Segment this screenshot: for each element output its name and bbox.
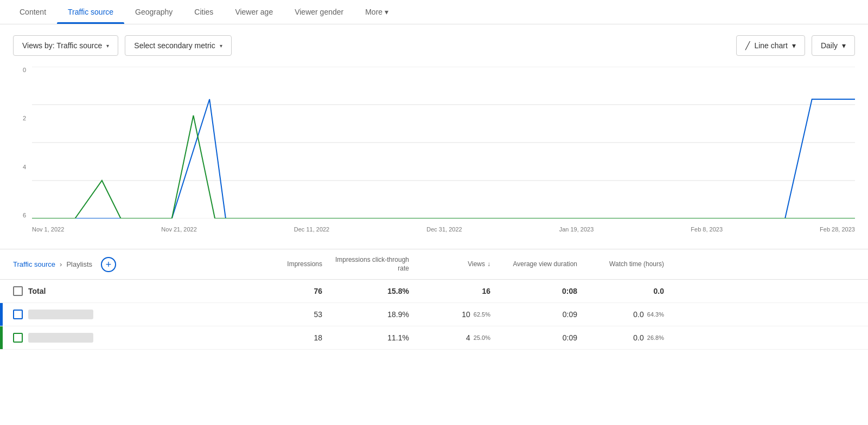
chevron-down-icon: ▾ [220,43,222,49]
chevron-down-icon: ▾ [792,41,796,50]
x-label-jan19: Jan 19, 2023 [559,226,594,233]
row2-impressions: 18 [252,333,322,342]
row1-watch: 0.0 64.3% [577,310,664,319]
table-header: Traffic source › Playlists + Impressions… [0,249,868,280]
chart-wrap: 6 4 2 0 Nov 1, 2022 [13,67,855,240]
add-column-button[interactable]: + [101,257,116,272]
tab-content[interactable]: Content [9,0,57,24]
x-label-dec11: Dec 11, 2022 [294,226,329,233]
chevron-down-icon: ▾ [385,8,388,16]
row-color-bar-blue [0,303,3,326]
col-header-views[interactable]: Views ↓ [409,260,490,269]
row1-avd: 0:09 [490,310,577,319]
primary-metric-dropdown[interactable]: Views by: Traffic source ▾ [13,35,118,56]
total-avd: 0:08 [490,287,577,295]
tab-traffic-source[interactable]: Traffic source [57,0,124,24]
total-impressions: 76 [252,287,322,295]
chevron-down-icon: ▾ [842,41,846,50]
total-checkbox[interactable] [13,286,23,296]
total-views: 16 [409,287,490,295]
tab-viewer-gender[interactable]: Viewer gender [284,0,354,24]
row2-ctr: 11.1% [322,333,409,342]
col-header-ctr: Impressions click-through rate [322,256,409,273]
controls-row: Views by: Traffic source ▾ Select second… [0,24,868,67]
col-header-avd: Average view duration [490,260,577,269]
breadcrumb-link[interactable]: Traffic source [13,260,55,268]
y-label-6: 6 [13,212,29,218]
secondary-metric-dropdown[interactable]: Select secondary metric ▾ [125,35,231,56]
line-chart-svg [32,67,855,218]
chart-type-dropdown[interactable]: ╱ Line chart ▾ [736,35,805,56]
total-label-col: Total [13,286,252,296]
table-row-1: 53 18.9% 10 62.5% 0:09 0.0 64.3% [0,303,868,326]
row1-impressions: 53 [252,310,322,319]
tab-geography[interactable]: Geography [124,0,183,24]
breadcrumb-current: Playlists [66,260,92,268]
breadcrumb-col: Traffic source › Playlists + [13,257,252,272]
row2-blurred-label [28,333,93,343]
y-label-2: 2 [13,115,29,121]
row1-checkbox[interactable] [13,310,23,319]
total-ctr: 15.8% [322,287,409,295]
tabs-nav: Content Traffic source Geography Cities … [0,0,868,24]
x-label-nov21: Nov 21, 2022 [161,226,196,233]
time-period-dropdown[interactable]: Daily ▾ [812,35,855,56]
row1-ctr: 18.9% [322,310,409,319]
table-row-2: 18 11.1% 4 25.0% 0:09 0.0 26.8% [0,326,868,350]
x-axis: Nov 1, 2022 Nov 21, 2022 Dec 11, 2022 De… [32,218,855,240]
row1-blurred-label [28,310,93,319]
chart-area [32,67,855,218]
table-row-total: Total 76 15.8% 16 0:08 0.0 [0,280,868,303]
right-controls: ╱ Line chart ▾ Daily ▾ [736,35,855,56]
tab-more[interactable]: More ▾ [354,0,399,24]
y-axis: 6 4 2 0 [13,67,29,218]
chevron-down-icon: ▾ [106,43,109,49]
tab-cities[interactable]: Cities [183,0,224,24]
x-label-nov1: Nov 1, 2022 [32,226,64,233]
row2-label-col [13,333,252,343]
row2-avd: 0:09 [490,333,577,342]
tab-viewer-age[interactable]: Viewer age [224,0,284,24]
table-section: Traffic source › Playlists + Impressions… [0,249,868,350]
x-label-dec31: Dec 31, 2022 [426,226,462,233]
breadcrumb-separator: › [60,260,62,268]
row-color-bar-green [0,326,3,349]
total-watch: 0.0 [577,287,664,295]
line-chart-icon: ╱ [745,41,750,50]
row1-views: 10 62.5% [409,310,490,319]
y-label-0: 0 [13,67,29,73]
col-header-watch: Watch time (hours) [577,260,664,269]
row1-label-col [13,310,252,319]
total-label: Total [28,287,46,295]
x-label-feb28: Feb 28, 2023 [820,226,855,233]
col-header-impressions: Impressions [252,260,322,269]
row2-views: 4 25.0% [409,333,490,342]
row2-checkbox[interactable] [13,333,23,343]
y-label-4: 4 [13,164,29,170]
x-label-feb8: Feb 8, 2023 [691,226,723,233]
row2-watch: 0.0 26.8% [577,333,664,342]
chart-container: 6 4 2 0 Nov 1, 2022 [0,67,868,249]
